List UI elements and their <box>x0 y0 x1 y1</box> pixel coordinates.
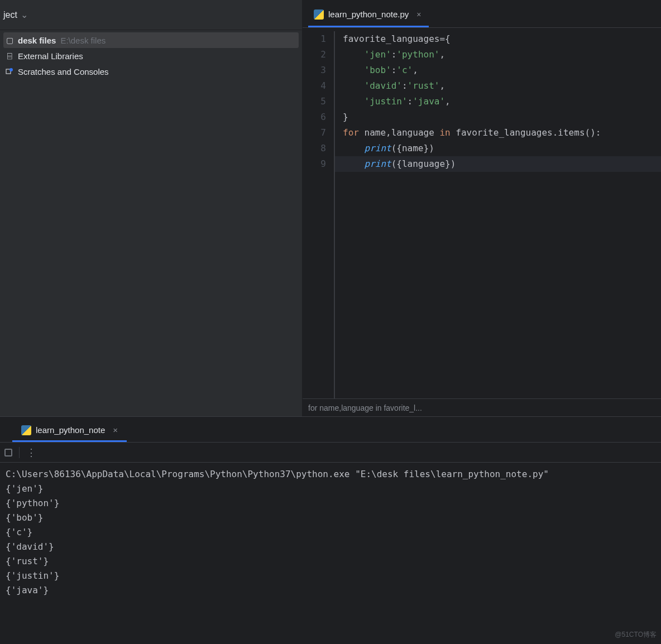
run-tabs: learn_python_note × <box>0 417 661 443</box>
code-line[interactable]: print({name}) <box>343 141 661 156</box>
code-content[interactable]: favorite_languages={ 'jen':'python', 'bo… <box>335 31 661 398</box>
project-sidebar: ject ⌄ ▢desk filesE:\desk files⌸External… <box>0 0 303 416</box>
stop-icon[interactable] <box>4 449 12 456</box>
close-icon[interactable]: × <box>113 425 118 435</box>
tree-item-path: E:\desk files <box>60 36 106 45</box>
project-dropdown[interactable]: ject ⌄ <box>0 0 302 30</box>
code-line[interactable]: } <box>343 109 661 125</box>
library-icon: ⌸ <box>4 51 15 61</box>
python-icon <box>314 9 324 20</box>
editor-pane: learn_python_note.py × 123456789 favorit… <box>303 0 661 416</box>
editor-tabs: learn_python_note.py × <box>303 0 661 28</box>
line-number: 1 <box>303 31 326 47</box>
code-line[interactable]: print({language}) <box>335 156 661 172</box>
line-number: 8 <box>303 141 326 156</box>
code-line[interactable]: favorite_languages={ <box>343 31 661 47</box>
tree-item-label: External Libraries <box>18 51 83 61</box>
line-number: 2 <box>303 47 326 63</box>
run-panel: learn_python_note × ⋮ C:\Users\86136\App… <box>0 416 661 644</box>
chevron-down-icon: ⌄ <box>21 9 28 20</box>
separator <box>19 447 20 458</box>
gutter: 123456789 <box>303 31 334 398</box>
code-line[interactable]: 'bob':'c', <box>343 63 661 78</box>
line-number: 7 <box>303 125 326 141</box>
line-number: 5 <box>303 94 326 109</box>
more-icon[interactable]: ⋮ <box>26 446 37 459</box>
line-number: 3 <box>303 63 326 78</box>
code-line[interactable]: for name,language in favorite_languages.… <box>343 125 661 141</box>
tree-item-external-libraries[interactable]: ⌸External Libraries <box>0 48 302 64</box>
tree-item-scratches-and-consoles[interactable]: Scratches and Consoles <box>0 64 302 79</box>
tab-filename: learn_python_note.py <box>328 9 409 19</box>
run-tab-label: learn_python_note <box>36 425 105 435</box>
code-line[interactable]: 'david':'rust', <box>343 78 661 94</box>
close-icon[interactable]: × <box>416 10 421 19</box>
watermark: @51CTO博客 <box>615 630 657 640</box>
tree-item-label: desk files <box>18 36 56 45</box>
breadcrumb-text: for name,language in favorite_l... <box>308 403 422 412</box>
code-line[interactable]: 'justin':'java', <box>343 94 661 109</box>
svg-point-1 <box>9 68 13 71</box>
tree-item-desk-files[interactable]: ▢desk filesE:\desk files <box>3 32 299 48</box>
console-output[interactable]: C:\Users\86136\AppData\Local\Programs\Py… <box>0 463 661 644</box>
line-number: 4 <box>303 78 326 94</box>
code-editor[interactable]: 123456789 favorite_languages={ 'jen':'py… <box>303 28 661 398</box>
breadcrumb[interactable]: for name,language in favorite_l... <box>303 398 661 416</box>
python-icon <box>21 425 31 435</box>
scratch-icon <box>4 66 15 76</box>
editor-tab[interactable]: learn_python_note.py × <box>308 3 429 27</box>
folder-icon: ▢ <box>4 35 15 45</box>
project-label: ject <box>3 10 17 20</box>
run-toolbar: ⋮ <box>0 443 661 463</box>
run-tab[interactable]: learn_python_note × <box>12 420 127 442</box>
code-line[interactable]: 'jen':'python', <box>343 47 661 63</box>
project-tree: ▢desk filesE:\desk files⌸External Librar… <box>0 30 302 81</box>
tree-item-label: Scratches and Consoles <box>18 67 109 76</box>
line-number: 6 <box>303 109 326 125</box>
line-number: 9 <box>303 156 326 172</box>
